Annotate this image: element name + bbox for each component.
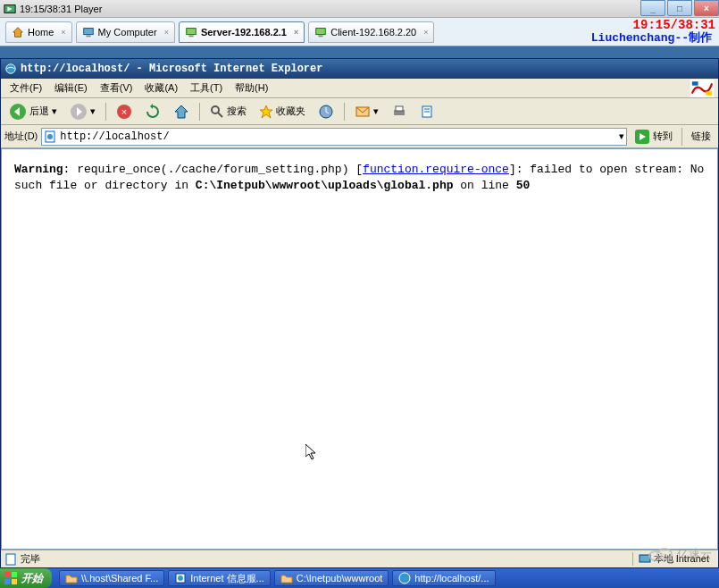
refresh-icon (145, 104, 161, 120)
menu-edit[interactable]: 编辑(E) (49, 80, 93, 97)
svg-marker-19 (150, 104, 153, 109)
menu-view[interactable]: 查看(V) (95, 80, 138, 97)
links-label[interactable]: 链接 (688, 130, 715, 143)
player-titlebar: 19:15/38:31 Player _ □ × (0, 0, 719, 18)
forward-button[interactable]: ▾ (65, 100, 100, 123)
status-text: 完毕 (21, 552, 40, 566)
svg-rect-11 (692, 81, 698, 85)
svg-rect-27 (396, 106, 403, 111)
taskbar-item[interactable]: Internet 信息服... (168, 570, 271, 586)
svg-rect-5 (187, 28, 196, 34)
stop-icon: × (116, 104, 132, 120)
cloud-watermark: 亿速云 (647, 545, 712, 563)
stop-button[interactable]: × (112, 101, 137, 122)
svg-point-32 (47, 134, 53, 139)
back-icon (9, 103, 27, 121)
mail-button[interactable]: ▾ (350, 101, 383, 122)
tab-label: Server-192.168.2.1 (201, 27, 287, 38)
favorites-button[interactable]: 收藏夹 (255, 102, 310, 122)
player-close-button[interactable]: × (694, 0, 719, 16)
taskbar-item-label: Internet 信息服... (190, 572, 264, 585)
dropdown-icon[interactable]: ▾ (619, 130, 624, 142)
home-button[interactable] (169, 101, 194, 122)
vm-screen: 19:15/38:31 Home × My Computer × Server-… (0, 18, 719, 588)
tab-close-icon[interactable]: × (423, 28, 428, 37)
windows-logo-icon (4, 571, 18, 585)
svg-marker-23 (260, 105, 272, 118)
function-link[interactable]: function.require-once (363, 163, 509, 176)
back-label: 后退 (29, 105, 49, 118)
svg-rect-12 (706, 91, 712, 95)
taskbar-item[interactable]: http://localhost/... (392, 570, 495, 586)
mail-icon (355, 104, 371, 120)
dropdown-icon: ▾ (373, 105, 379, 117)
history-button[interactable] (314, 101, 339, 122)
toolbar-separator (199, 103, 200, 121)
tab-client[interactable]: Client-192.168.2.20 × (308, 21, 434, 43)
player-app-icon (4, 3, 16, 15)
mouse-cursor-icon (305, 444, 320, 462)
svg-rect-3 (83, 28, 93, 34)
player-maximize-button[interactable]: □ (667, 0, 692, 16)
svg-rect-41 (12, 579, 17, 584)
address-input[interactable] (60, 130, 615, 143)
tab-mycomputer[interactable]: My Computer × (76, 21, 175, 43)
client-icon (314, 26, 327, 38)
taskbar-item[interactable]: C:\Inetpub\wwwroot (274, 570, 389, 586)
svg-marker-2 (13, 27, 23, 37)
svg-point-21 (212, 106, 219, 113)
svg-rect-4 (86, 35, 90, 37)
tab-home[interactable]: Home × (5, 21, 72, 43)
player-title-text: 19:15/38:31 Player (20, 4, 102, 14)
tab-close-icon[interactable]: × (294, 28, 298, 37)
svg-marker-20 (175, 105, 188, 118)
menu-tools[interactable]: 工具(T) (185, 80, 228, 97)
edit-button[interactable] (415, 101, 440, 122)
ie-titlebar[interactable]: http://localhost/ - Microsoft Internet E… (1, 59, 718, 79)
print-button[interactable] (387, 101, 412, 122)
svg-rect-39 (12, 572, 17, 577)
tab-label: My Computer (98, 27, 157, 38)
ie-throbber-logo (688, 79, 716, 98)
svg-point-43 (178, 575, 183, 581)
toolbar-separator (681, 128, 682, 146)
tab-label: Home (28, 27, 54, 38)
edit-icon (420, 104, 436, 120)
forward-icon (70, 103, 88, 121)
start-button[interactable]: 开始 (0, 568, 52, 588)
tab-close-icon[interactable]: × (164, 28, 169, 37)
search-icon (210, 105, 224, 119)
file-path: C:\Inetpub\wwwroot\uploads\global.php (196, 179, 454, 192)
iis-icon (174, 572, 187, 584)
menu-help[interactable]: 帮助(H) (230, 80, 273, 97)
dropdown-icon: ▾ (52, 105, 57, 117)
dropdown-icon: ▾ (90, 105, 96, 117)
go-button[interactable]: 转到 (631, 127, 676, 147)
back-button[interactable]: 后退 ▾ (4, 100, 62, 123)
address-label: 地址(D) (4, 130, 38, 143)
tab-server[interactable]: Server-192.168.2.1 × (179, 21, 305, 43)
taskbar-item-label: \\.host\Shared F... (81, 573, 158, 584)
folder-icon (65, 572, 78, 584)
menu-file[interactable]: 文件(F) (4, 80, 47, 97)
player-minimize-button[interactable]: _ (640, 0, 665, 16)
go-icon (634, 129, 650, 145)
taskbar-item-label: http://localhost/... (414, 573, 489, 584)
msg-text: on line (454, 179, 516, 192)
server-icon (185, 26, 197, 38)
tab-close-icon[interactable]: × (61, 28, 65, 37)
player-tabbar: Home × My Computer × Server-192.168.2.1 … (0, 18, 719, 46)
address-field-container: ▾ (41, 128, 627, 146)
search-button[interactable]: 搜索 (205, 102, 251, 122)
svg-rect-7 (316, 28, 326, 34)
svg-point-44 (399, 573, 410, 584)
refresh-button[interactable] (140, 101, 165, 122)
taskbar-item[interactable]: \\.host\Shared F... (59, 570, 164, 586)
overlay-timestamp: 19:15/38:31 (633, 18, 715, 32)
svg-marker-35 (305, 444, 315, 459)
star-icon (259, 105, 273, 119)
toolbar-separator (105, 103, 106, 121)
home-icon (12, 26, 24, 38)
line-number: 50 (516, 179, 531, 192)
menu-favorites[interactable]: 收藏(A) (139, 80, 183, 97)
